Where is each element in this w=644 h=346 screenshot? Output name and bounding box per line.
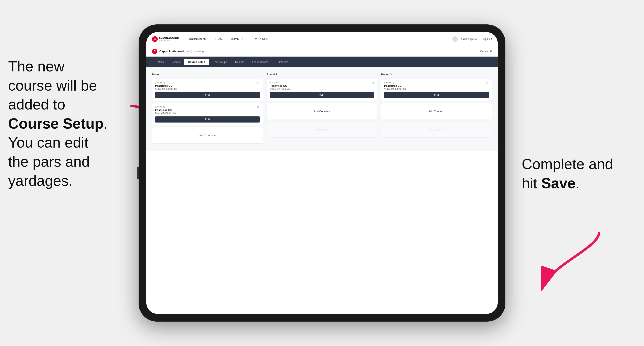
round-2-course-a-tee: Yellow (M) (6629 yds)	[270, 88, 374, 90]
round-1-course-a-card: (Course A) Peachtree GC Yellow (M) (6629…	[152, 79, 263, 101]
arrow-right-icon	[530, 228, 603, 301]
round-2-add-course-label: Add Course +	[314, 110, 330, 113]
event-gender-label: (Men)	[186, 50, 192, 53]
round-1-title: Round 1	[152, 73, 263, 76]
annotation-right-period1: .	[576, 175, 580, 191]
tab-tee-groups[interactable]: Tee Groups	[210, 59, 231, 65]
round-1-course-b-name: East Lake GC	[155, 109, 260, 112]
round-3-course-a-edit-button[interactable]: Edit	[384, 92, 489, 98]
tab-details[interactable]: Details	[152, 59, 168, 65]
round-1-course-a-edit-button[interactable]: Edit	[155, 92, 260, 98]
round-3-course-a-delete-button[interactable]: ⊟	[485, 81, 489, 85]
nav-powered-label: Powered by clippd	[159, 39, 179, 41]
tablet-frame: C SCOREBOARD Powered by clippd TOURNAMEN…	[138, 24, 506, 322]
cancel-icon: ✕	[490, 50, 492, 53]
round-1-add-course-button[interactable]: Add Course +	[152, 127, 263, 144]
nav-sign-out[interactable]: Sign out	[483, 38, 492, 40]
event-name-label: Clippd Invitational	[159, 50, 184, 53]
annotation-line6: yardages.	[8, 173, 72, 189]
round-1-course-b-label: (Course B)	[155, 106, 260, 108]
annotation-line2: course will be	[8, 77, 97, 94]
tab-printables[interactable]: Printables	[273, 59, 292, 65]
nav-logo: C SCOREBOARD Powered by clippd	[152, 36, 179, 42]
event-status-label: Hosting	[196, 50, 204, 53]
round-2-add-course-disabled: Add Course +	[266, 121, 378, 138]
event-logo-icon: C	[152, 49, 157, 54]
round-2-title: Round 2	[266, 73, 378, 76]
nav-bar: C SCOREBOARD Powered by clippd TOURNAMEN…	[146, 32, 498, 46]
tab-course-setup[interactable]: Course Setup	[184, 59, 209, 65]
round-3-add-course-label: Add Course +	[428, 110, 445, 113]
tab-bar: Details Teams Course Setup Tee Groups Re…	[146, 57, 498, 67]
round-3-add-course-disabled-label: Add Course +	[428, 128, 445, 131]
annotation-right: Complete and hit Save.	[522, 155, 628, 193]
annotation-period1: .	[104, 115, 108, 132]
annotation-bold1: Course Setup	[8, 115, 104, 132]
round-3-course-a-name: Peachtree GC	[384, 84, 489, 87]
round-3-title: Round 3	[381, 73, 492, 76]
nav-link-committee[interactable]: COMMITTEE	[231, 37, 248, 40]
round-2-column: Round 2 (Course A) Peachtree GC Yellow (…	[266, 73, 378, 146]
nav-right: blair@clippd.io | Sign out	[452, 36, 492, 42]
nav-separator: |	[480, 38, 480, 40]
round-2-course-a-delete-button[interactable]: ⊟	[371, 81, 375, 85]
event-bar: C Clippd Invitational (Men) Hosting Canc…	[146, 46, 498, 57]
nav-scoreboard-label: SCOREBOARD	[159, 36, 179, 39]
round-2-course-a-name: Peachtree GC	[270, 84, 374, 87]
nav-link-rankings[interactable]: RANKINGS	[254, 37, 268, 40]
tab-teams[interactable]: Teams	[168, 59, 184, 65]
nav-avatar	[452, 36, 458, 42]
annotation-right-line2: hit	[522, 175, 541, 191]
content-area: Round 1 (Course A) Peachtree GC Yellow (…	[146, 67, 498, 151]
round-3-course-a-card: (Course A) Peachtree GC Yellow (M) (6629…	[381, 79, 492, 101]
round-1-course-a-delete-button[interactable]: ⊟	[256, 81, 260, 85]
nav-link-tournaments[interactable]: TOURNAMENTS	[187, 37, 208, 40]
nav-logo-icon: C	[152, 36, 158, 42]
round-1-add-course-label: Add Course +	[199, 134, 216, 137]
round-1-course-b-tee: Black (M) (6891 yds)	[155, 112, 260, 114]
annotation-line3: added to	[8, 96, 65, 113]
nav-link-teams[interactable]: TEAMS	[215, 37, 224, 40]
tab-results[interactable]: Results	[232, 59, 248, 65]
round-3-course-a-label: (Course A)	[384, 81, 489, 84]
round-1-course-b-edit-button[interactable]: Edit	[155, 116, 260, 123]
nav-user-email: blair@clippd.io	[460, 38, 477, 40]
round-1-course-a-tee: Yellow (M) (6629 yds)	[155, 88, 260, 90]
round-3-column: Round 3 (Course A) Peachtree GC Yellow (…	[381, 73, 492, 146]
round-3-add-course-disabled: Add Course +	[381, 121, 492, 138]
round-1-column: Round 1 (Course A) Peachtree GC Yellow (…	[152, 73, 263, 146]
round-2-add-course-disabled-label: Add Course +	[314, 128, 330, 131]
tablet-side-button	[137, 167, 138, 179]
annotation-right-line1: Complete and	[522, 156, 613, 172]
round-1-course-b-delete-button[interactable]: ⊟	[256, 105, 260, 109]
nav-logo-text: SCOREBOARD Powered by clippd	[159, 36, 179, 41]
cancel-button[interactable]: Cancel ✕	[480, 50, 492, 53]
round-2-course-a-card: (Course A) Peachtree GC Yellow (M) (6629…	[266, 79, 378, 101]
round-2-add-course-button[interactable]: Add Course +	[266, 103, 378, 119]
round-2-course-a-edit-button[interactable]: Edit	[270, 92, 374, 98]
annotation-line4: You can edit	[8, 134, 88, 151]
tab-leaderboards[interactable]: Leaderboards	[248, 59, 272, 65]
annotation-left: The new course will be added to Course S…	[8, 57, 126, 190]
cancel-label: Cancel	[480, 50, 488, 53]
round-3-add-course-button[interactable]: Add Course +	[381, 103, 492, 119]
round-1-course-a-label: (Course A)	[155, 81, 260, 84]
round-1-course-b-card: (Course B) East Lake GC Black (M) (6891 …	[152, 103, 263, 125]
round-2-course-a-label: (Course A)	[270, 81, 374, 84]
round-3-course-a-tee: Yellow (M) (6629 yds)	[384, 88, 489, 90]
nav-links: TOURNAMENTS TEAMS COMMITTEE RANKINGS	[187, 37, 452, 40]
annotation-line1: The new	[8, 58, 64, 74]
tablet-screen: C SCOREBOARD Powered by clippd TOURNAMEN…	[146, 32, 498, 314]
round-1-course-a-name: Peachtree GC	[155, 84, 260, 87]
annotation-right-bold1: Save	[541, 175, 576, 191]
annotation-line5: the pars and	[8, 154, 90, 170]
rounds-container: Round 1 (Course A) Peachtree GC Yellow (…	[152, 73, 492, 146]
